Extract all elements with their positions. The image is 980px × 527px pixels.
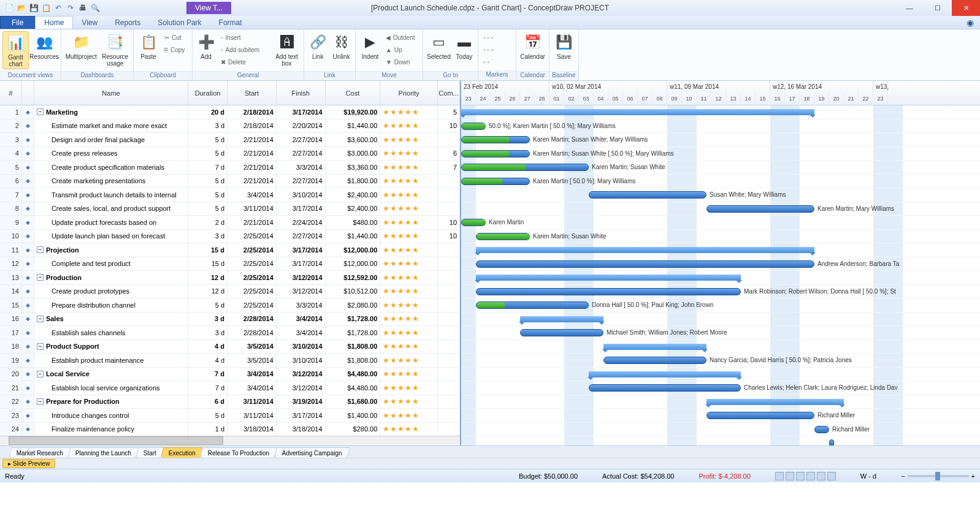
task-complete[interactable] <box>438 423 460 436</box>
task-start[interactable]: 2/28/2014 <box>228 313 277 326</box>
task-complete[interactable] <box>438 340 460 354</box>
slide-preview-button[interactable]: ▸ Slide Preview <box>2 459 55 468</box>
task-bar[interactable]: Charles Lewis; Helen Clark; Laura Rodrig… <box>589 384 741 392</box>
task-start[interactable]: 3/11/2014 <box>228 395 277 409</box>
task-duration[interactable]: 12 d <box>188 285 228 298</box>
task-priority[interactable]: ★★★★★ <box>380 313 438 326</box>
grid-body[interactable]: 1◆−Marketing20 d2/18/20143/17/2014$19,92… <box>0 105 460 436</box>
summary-bar[interactable] <box>476 275 741 281</box>
task-priority[interactable]: ★★★★★ <box>380 354 438 367</box>
task-row[interactable]: 23◆Introduce changes control5 d3/11/2014… <box>0 409 460 423</box>
task-row[interactable]: 12◆Complete and test product15 d2/25/201… <box>0 257 460 271</box>
task-complete[interactable] <box>438 133 460 146</box>
task-name[interactable]: Estimate market and make more exact <box>34 119 188 133</box>
task-row[interactable]: 19◆Establish product maintenance4 d3/5/2… <box>0 354 460 368</box>
undo-icon[interactable]: ↶ <box>53 2 64 13</box>
task-row[interactable]: 1◆−Marketing20 d2/18/20143/17/2014$19,92… <box>0 105 460 119</box>
task-cost[interactable]: $1,728.00 <box>326 326 381 339</box>
task-priority[interactable]: ★★★★★ <box>380 188 438 202</box>
task-cost[interactable]: $1,440.00 <box>326 119 381 133</box>
summary-bar[interactable] <box>589 371 741 377</box>
task-start[interactable]: 2/25/2014 <box>228 230 277 243</box>
task-cost[interactable]: $2,400.00 <box>326 202 381 216</box>
task-finish[interactable]: 3/18/2014 <box>277 423 326 436</box>
task-complete[interactable] <box>438 188 460 202</box>
task-row[interactable]: 2◆Estimate market and make more exact3 d… <box>0 119 460 134</box>
col-duration[interactable]: Duration <box>188 81 228 105</box>
task-start[interactable]: 2/21/2014 <box>228 147 277 161</box>
task-start[interactable]: 2/21/2014 <box>228 175 277 188</box>
task-row[interactable]: 4◆Create press releases5 d2/21/20142/27/… <box>0 147 460 161</box>
task-priority[interactable]: ★★★★★ <box>380 326 438 339</box>
task-priority[interactable]: ★★★★★ <box>380 105 438 119</box>
indent-button[interactable]: ▶Indent <box>358 31 382 69</box>
col-finish[interactable]: Finish <box>277 81 326 105</box>
task-start[interactable]: 2/18/2014 <box>228 105 277 119</box>
task-name[interactable]: Introduce changes control <box>34 409 188 422</box>
task-start[interactable]: 2/25/2014 <box>228 257 277 271</box>
task-complete[interactable] <box>438 202 460 216</box>
col-complete[interactable]: Com... <box>438 81 460 105</box>
task-name[interactable]: −Marketing <box>34 105 188 119</box>
task-start[interactable]: 2/18/2014 <box>228 119 277 133</box>
task-complete[interactable] <box>438 381 460 395</box>
task-priority[interactable]: ★★★★★ <box>380 285 438 298</box>
task-name[interactable]: Establish local service organizations <box>34 381 188 395</box>
ribbon-tab-home[interactable]: Home <box>35 16 73 29</box>
add-subitem-button[interactable]: ▫Add subitem <box>218 44 271 56</box>
task-finish[interactable]: 2/27/2014 <box>277 133 326 146</box>
task-duration[interactable]: 7 d <box>188 161 228 174</box>
task-duration[interactable]: 3 d <box>188 326 228 339</box>
task-start[interactable]: 3/4/2014 <box>228 188 277 202</box>
close-button[interactable]: ✕ <box>952 0 980 16</box>
task-cost[interactable]: $1,808.00 <box>326 340 381 354</box>
open-icon[interactable]: 📂 <box>16 2 27 13</box>
paste-button[interactable]: 📋Paste <box>136 31 161 69</box>
unlink-button[interactable]: ⛓Unlink <box>331 31 353 69</box>
task-cost[interactable]: $12,000.00 <box>326 257 381 271</box>
task-start[interactable]: 2/28/2014 <box>228 326 277 339</box>
resources-button[interactable]: 👥Resources <box>30 31 58 69</box>
task-finish[interactable]: 3/3/2014 <box>277 298 326 312</box>
task-priority[interactable]: ★★★★★ <box>380 368 438 381</box>
marker-row[interactable]: ▫ ▫ ▫ <box>481 44 496 56</box>
task-complete[interactable] <box>438 175 460 188</box>
col-number[interactable]: # <box>0 81 22 105</box>
task-start[interactable]: 2/25/2014 <box>228 285 277 298</box>
task-start[interactable]: 3/18/2014 <box>228 423 277 436</box>
task-duration[interactable]: 5 d <box>188 188 228 202</box>
task-priority[interactable]: ★★★★★ <box>380 423 438 436</box>
up-button[interactable]: ▲Up <box>383 44 420 56</box>
new-icon[interactable]: 📄 <box>4 2 15 13</box>
task-finish[interactable]: 3/17/2014 <box>277 409 326 422</box>
outdent-button[interactable]: ◀Outdent <box>383 31 420 44</box>
task-row[interactable]: 7◆Transmit product launch details to int… <box>0 188 460 202</box>
task-duration[interactable]: 3 d <box>188 119 228 133</box>
task-bar[interactable]: Richard Miller <box>706 412 814 419</box>
ribbon-tab-format[interactable]: Format <box>210 16 251 29</box>
task-name[interactable]: Create press releases <box>34 147 188 161</box>
task-finish[interactable]: 2/27/2014 <box>277 175 326 188</box>
task-bar[interactable]: Mark Robinson; Robert Wilson; Donna Hall… <box>476 288 741 295</box>
file-menu[interactable]: File <box>0 16 35 29</box>
task-row[interactable]: 20◆−Local Service7 d3/4/20143/12/2014$4,… <box>0 368 460 382</box>
delete-button[interactable]: ✖Delete <box>218 56 271 68</box>
summary-bar[interactable] <box>603 344 706 350</box>
minimize-button[interactable]: — <box>895 0 924 16</box>
task-bar[interactable]: Karen Martin; Susan White <box>461 164 589 171</box>
task-bar[interactable]: Susan White; Mary Williams <box>589 191 706 199</box>
save-icon[interactable]: 💾 <box>28 2 39 13</box>
task-finish[interactable]: 3/17/2014 <box>277 243 326 257</box>
task-name[interactable]: Establish product maintenance <box>34 354 188 367</box>
task-cost[interactable]: $12,592.00 <box>326 271 381 284</box>
marker-row[interactable]: ▫ ▫ <box>481 56 496 68</box>
task-duration[interactable]: 5 d <box>188 147 228 161</box>
col-indicator[interactable] <box>22 81 34 105</box>
task-row[interactable]: 17◆Establish sales channels3 d2/28/20143… <box>0 326 460 340</box>
task-duration[interactable]: 7 d <box>188 381 228 395</box>
task-finish[interactable]: 3/12/2014 <box>277 381 326 395</box>
task-complete[interactable] <box>438 354 460 367</box>
task-start[interactable]: 2/21/2014 <box>228 161 277 174</box>
task-name[interactable]: Design and order final package <box>34 133 188 146</box>
task-complete[interactable] <box>438 368 460 381</box>
